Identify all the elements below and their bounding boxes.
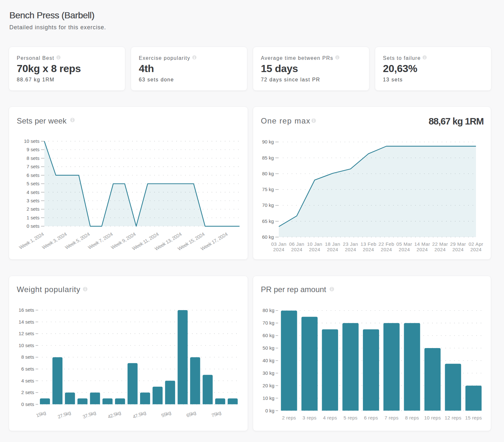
svg-text:75 kg: 75 kg [262,187,274,192]
svg-text:One rep max: One rep max [261,116,310,125]
svg-text:03 Jan: 03 Jan [271,241,286,247]
svg-text:2024: 2024 [417,247,428,252]
svg-text:3 reps: 3 reps [302,415,317,420]
svg-text:55kg: 55kg [160,410,172,418]
svg-text:2024: 2024 [399,247,410,252]
svg-text:1 sets: 1 sets [26,215,39,220]
svg-text:60 kg: 60 kg [262,234,274,240]
svg-text:80 kg: 80 kg [262,171,274,176]
svg-text:50 kg: 50 kg [262,345,274,351]
svg-text:16 sets: 16 sets [19,307,34,313]
svg-text:Weight popularity: Weight popularity [17,285,81,294]
svg-text:8 sets: 8 sets [26,155,39,161]
svg-text:10 kg: 10 kg [262,395,274,401]
svg-text:0 sets: 0 sets [21,401,34,407]
svg-text:85 kg: 85 kg [262,155,274,161]
svg-text:5 reps: 5 reps [344,415,358,420]
svg-text:3 sets: 3 sets [26,198,39,203]
svg-text:65 kg: 65 kg [262,218,274,224]
svg-text:7 sets: 7 sets [26,164,39,169]
svg-text:8 reps: 8 reps [405,415,419,420]
svg-text:13 Feb: 13 Feb [361,241,376,247]
svg-text:6 sets: 6 sets [21,366,34,372]
svg-text:2024: 2024 [381,247,392,252]
svg-text:65kg: 65kg [185,410,197,418]
svg-text:2024: 2024 [327,247,338,252]
svg-text:05 Mar: 05 Mar [396,241,412,247]
svg-text:0 sets: 0 sets [26,223,39,229]
svg-text:15kg: 15kg [35,410,47,418]
svg-text:37.5kg: 37.5kg [82,410,96,419]
svg-text:2024: 2024 [452,247,464,252]
svg-text:Sets per week: Sets per week [17,116,67,125]
svg-text:PR per rep amount: PR per rep amount [261,285,326,294]
svg-text:75kg: 75kg [211,410,222,418]
svg-text:15 reps: 15 reps [465,415,482,420]
svg-text:90 kg: 90 kg [262,139,274,144]
svg-text:12 sets: 12 sets [19,331,34,336]
svg-text:Week 3, 2024: Week 3, 2024 [41,231,68,250]
svg-text:8 sets: 8 sets [21,354,34,360]
svg-text:22 Mar: 22 Mar [432,241,448,247]
svg-text:2 sets: 2 sets [21,390,34,395]
svg-text:10 reps: 10 reps [424,415,441,420]
svg-text:14 sets: 14 sets [19,319,34,325]
svg-text:40 kg: 40 kg [262,358,274,363]
svg-text:12 reps: 12 reps [445,415,461,420]
svg-text:4 sets: 4 sets [26,189,39,195]
svg-text:27.5kg: 27.5kg [57,410,71,419]
svg-text:Week 7, 2024: Week 7, 2024 [87,231,113,250]
svg-text:2024: 2024 [470,247,481,252]
svg-text:70 kg: 70 kg [262,202,274,208]
svg-text:23 Jan: 23 Jan [343,241,358,247]
svg-text:2024: 2024 [345,247,356,252]
svg-text:6 reps: 6 reps [364,415,378,420]
svg-text:2 sets: 2 sets [26,206,39,212]
svg-text:47.5kg: 47.5kg [132,410,147,419]
svg-text:2 reps: 2 reps [282,415,296,420]
svg-text:02 Apr: 02 Apr [469,241,483,247]
svg-text:80 kg: 80 kg [262,308,274,313]
svg-text:10 Jan: 10 Jan [307,241,322,247]
svg-text:9 sets: 9 sets [26,147,39,152]
svg-text:7 reps: 7 reps [385,415,399,420]
svg-text:2024: 2024 [291,247,302,252]
svg-text:20 kg: 20 kg [262,383,274,388]
svg-text:70 kg: 70 kg [262,320,274,326]
svg-text:88,67 kg 1RM: 88,67 kg 1RM [429,116,484,126]
svg-text:2024: 2024 [309,247,320,252]
svg-text:60 kg: 60 kg [262,333,274,338]
svg-text:18 Jan: 18 Jan [325,241,340,247]
svg-text:10 sets: 10 sets [24,138,39,144]
svg-text:2024: 2024 [363,247,374,252]
svg-text:4 reps: 4 reps [323,415,337,420]
svg-text:42.5kg: 42.5kg [107,410,121,419]
svg-text:2024: 2024 [273,247,284,252]
svg-text:2024: 2024 [434,247,446,252]
svg-text:4 sets: 4 sets [21,378,34,383]
svg-text:10 sets: 10 sets [19,343,34,348]
svg-text:22 Feb: 22 Feb [378,241,394,247]
svg-text:0 kg: 0 kg [265,408,274,413]
svg-text:14 Mar: 14 Mar [414,241,430,247]
svg-text:Week 1, 2024: Week 1, 2024 [18,231,44,250]
svg-text:29 Mar: 29 Mar [450,241,466,247]
svg-text:06 Jan: 06 Jan [289,241,304,247]
svg-text:Week 5, 2024: Week 5, 2024 [64,231,90,250]
svg-text:5 sets: 5 sets [26,181,39,186]
svg-text:30 kg: 30 kg [262,370,274,376]
svg-text:6 sets: 6 sets [26,172,39,178]
